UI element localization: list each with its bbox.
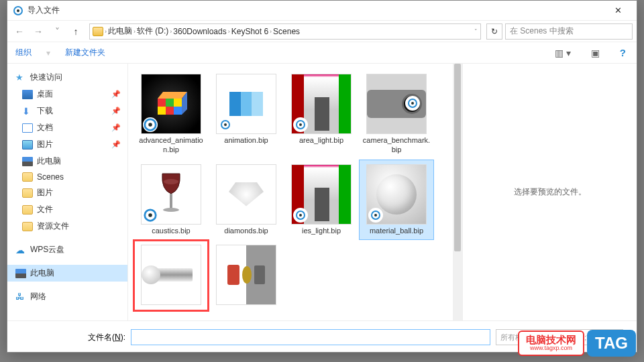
sidebar-item-files[interactable]: 文件 [7,201,127,218]
sidebar-network[interactable]: 🖧网络 [7,288,127,305]
breadcrumb-part[interactable]: KeyShot 6 [231,27,268,36]
dialog-body: ★快速访问 桌面📌 ⬇下载📌 文档📌 图片📌 此电脑 Scenes 图片 文件 … [7,64,637,320]
chevron-down-icon[interactable]: ˅ [474,28,478,35]
svg-point-28 [374,214,377,217]
up-button[interactable]: ↑ [68,23,84,40]
file-item[interactable]: area_light.bip [284,69,359,160]
file-item[interactable]: advanced_animation.bip [133,69,209,160]
sidebar-item-thispc[interactable]: 此电脑 [7,153,127,170]
file-item[interactable]: animation.bip [209,69,284,160]
window-title: 导入文件 [28,5,604,16]
svg-rect-7 [174,107,182,115]
keyshot-overlay-icon [218,208,233,223]
keyshot-overlay-icon [405,96,420,111]
svg-rect-18 [170,194,172,208]
keyshot-overlay-icon [368,208,383,223]
svg-rect-5 [158,107,166,115]
close-button[interactable]: ✕ [604,1,631,20]
file-name: camera_benchmark.bip [362,135,431,155]
keyshot-overlay-icon [293,208,308,223]
svg-point-20 [164,179,178,184]
keyshot-overlay-icon [218,117,233,132]
sidebar-item-scenes[interactable]: Scenes [7,170,127,184]
file-name: ies_light.bip [302,226,341,235]
folder-icon [93,27,103,36]
new-folder-button[interactable]: 新建文件夹 [65,47,105,58]
help-button[interactable]: ? [617,46,629,60]
pin-icon: 📌 [111,107,121,115]
file-thumbnail [141,74,201,134]
file-item[interactable] [209,240,284,311]
view-options-button[interactable]: ▥ ▾ [552,46,574,60]
file-thumbnail [216,74,276,134]
sidebar-item-downloads[interactable]: ⬇下载📌 [7,103,127,119]
sidebar-item-desktop[interactable]: 桌面📌 [7,86,127,103]
sidebar: ★快速访问 桌面📌 ⬇下载📌 文档📌 图片📌 此电脑 Scenes 图片 文件 … [7,64,128,320]
file-thumbnail [291,164,352,225]
svg-point-11 [148,123,152,127]
file-thumbnail [141,164,201,225]
preview-empty-text: 选择要预览的文件。 [514,186,586,198]
pin-icon: 📌 [111,123,121,132]
svg-point-1 [17,9,19,12]
svg-rect-6 [166,107,174,115]
file-item[interactable]: ies_light.bip [284,160,359,240]
breadcrumb[interactable]: › 此电脑 › 软件 (D:) › 360Downloads › KeyShot… [89,23,481,40]
sidebar-item-pictures[interactable]: 图片📌 [7,136,127,153]
file-item[interactable] [133,240,209,311]
filename-label: 文件名(N): [88,332,125,343]
forward-button: → [30,23,46,40]
back-button[interactable]: ← [11,23,28,40]
file-item[interactable]: camera_benchmark.bip [359,69,434,160]
file-name: material_ball.bip [370,226,423,235]
breadcrumb-part[interactable]: Scenes [273,27,300,36]
search-input[interactable]: 在 Scenes 中搜索 [505,23,633,40]
file-item[interactable]: diamonds.bip [209,160,284,240]
file-name: animation.bip [224,135,268,145]
keyshot-overlay-icon [293,117,308,132]
file-name: diamonds.bip [224,226,268,235]
main-area: advanced_animation.bipanimation.biparea_… [128,64,637,320]
sidebar-quick-access[interactable]: ★快速访问 [7,69,127,86]
watermark-site: 电脑技术网 www.tagxp.com [518,330,584,356]
titlebar: 导入文件 ✕ [7,1,637,21]
svg-point-15 [299,123,302,126]
sidebar-item-resources[interactable]: 资源文件 [7,218,127,235]
file-grid[interactable]: advanced_animation.bipanimation.biparea_… [128,64,462,320]
file-thumbnail [291,74,352,134]
svg-point-17 [411,102,414,105]
svg-point-19 [163,208,179,212]
file-item[interactable]: material_ball.bip [359,160,434,240]
sidebar-item-documents[interactable]: 文档📌 [7,119,127,136]
preview-pane: 选择要预览的文件。 [462,64,637,320]
refresh-button[interactable]: ↻ [486,23,502,40]
chevron-down-icon[interactable]: ˅ [49,23,65,40]
file-thumbnail [216,245,276,305]
svg-point-24 [224,214,227,217]
keyshot-overlay-icon [143,117,158,132]
svg-rect-2 [158,99,166,107]
file-thumbnail [141,245,201,305]
file-item[interactable]: caustics.bip [133,160,209,240]
sidebar-item-pictures2[interactable]: 图片 [7,184,127,201]
pin-icon: 📌 [111,90,121,99]
breadcrumb-root[interactable]: 此电脑 [108,25,132,37]
scrollbar[interactable] [453,64,462,320]
keyshot-overlay-icon [143,208,158,223]
svg-rect-4 [174,99,182,107]
file-thumbnail [216,164,276,225]
file-thumbnail [366,164,427,225]
breadcrumb-part[interactable]: 360Downloads [173,27,226,36]
sidebar-thispc-main[interactable]: 此电脑 [7,265,127,282]
organize-button[interactable]: 组织 [15,47,32,58]
breadcrumb-part[interactable]: 软件 (D:) [137,25,168,37]
navbar: ← → ˅ ↑ › 此电脑 › 软件 (D:) › 360Downloads ›… [7,21,637,42]
svg-point-26 [299,214,302,217]
filename-input[interactable] [131,329,490,345]
file-name: area_light.bip [299,135,343,145]
watermark: 电脑技术网 www.tagxp.com TAG [518,330,636,357]
file-thumbnail [366,74,427,134]
preview-pane-button[interactable]: ▣ [588,46,602,60]
sidebar-wps[interactable]: ☁WPS云盘 [7,241,127,258]
import-file-dialog: 导入文件 ✕ ← → ˅ ↑ › 此电脑 › 软件 (D:) › 360Down… [7,0,637,353]
